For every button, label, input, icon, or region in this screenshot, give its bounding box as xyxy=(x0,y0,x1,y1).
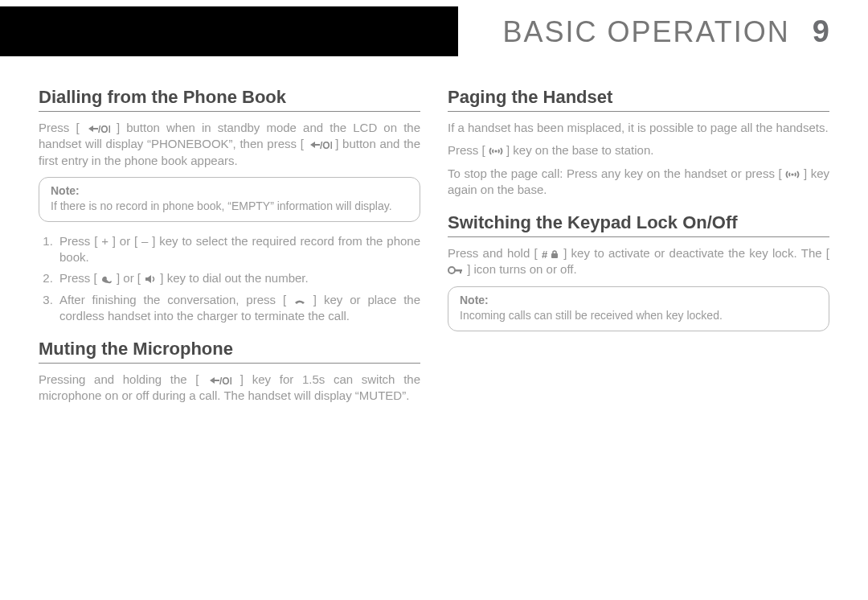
svg-marker-0 xyxy=(88,125,98,132)
phonebook-ok-icon: /OK xyxy=(207,375,231,386)
text: ] or [ xyxy=(113,271,144,285)
note-box-phonebook: Note: If there is no record in phone boo… xyxy=(39,177,420,222)
heading-dialling-phonebook: Dialling from the Phone Book xyxy=(39,87,420,112)
page-number: 9 xyxy=(813,14,829,49)
svg-text:/OK: /OK xyxy=(98,124,110,134)
list-item: Press [ ] or [ ] key to dial out the num… xyxy=(56,270,420,286)
page: BASIC OPERATION 9 Dialling from the Phon… xyxy=(0,6,868,600)
svg-text:/OK: /OK xyxy=(320,140,332,150)
left-column: Dialling from the Phone Book Press [ /OK… xyxy=(39,87,420,411)
phonebook-ok-icon: /OK xyxy=(86,123,110,134)
text: To stop the page call: Press any key on … xyxy=(448,166,785,180)
note-label: Note: xyxy=(51,184,408,197)
note-label: Note: xyxy=(460,294,817,306)
page-signal-icon xyxy=(785,169,800,180)
svg-rect-10 xyxy=(551,253,558,258)
text: ] key to activate or deactivate the key … xyxy=(559,246,829,260)
svg-marker-5 xyxy=(210,377,219,384)
heading-keypad-lock: Switching the Keypad Lock On/Off xyxy=(448,212,829,237)
svg-marker-2 xyxy=(310,142,320,148)
text: ] icon turns on or off. xyxy=(464,262,577,276)
text: Press [ xyxy=(59,271,100,285)
svg-point-7 xyxy=(494,150,497,153)
muting-text: Pressing and holding the [ /OK ] key for… xyxy=(39,372,420,405)
svg-point-8 xyxy=(792,173,794,175)
hangup-icon xyxy=(293,295,306,306)
text: Press [ xyxy=(448,143,489,157)
text: Press [ xyxy=(39,121,86,134)
svg-text:#: # xyxy=(542,249,548,260)
page-signal-icon xyxy=(489,146,503,157)
text: After finishing the conversation, press … xyxy=(59,293,293,306)
text: ] key to dial out the number. xyxy=(157,271,308,285)
phonebook-intro: Press [ /OK ] button when in standby mod… xyxy=(39,120,420,169)
svg-marker-4 xyxy=(145,275,151,283)
content-columns: Dialling from the Phone Book Press [ /OK… xyxy=(0,63,868,411)
svg-rect-13 xyxy=(460,269,461,273)
phonebook-steps: Press [ + ] or [ – ] key to select the r… xyxy=(39,233,420,324)
list-item: After finishing the conversation, press … xyxy=(56,292,420,325)
note-text: Incoming calls can still be received whe… xyxy=(460,308,817,323)
chapter-title: BASIC OPERATION xyxy=(502,15,789,49)
svg-point-11 xyxy=(448,267,455,273)
phonebook-ok-icon: /OK xyxy=(308,139,332,150)
note-box-keylock: Note: Incoming calls can still be receiv… xyxy=(448,286,829,331)
paging-stop: To stop the page call: Press any key on … xyxy=(448,166,829,199)
speaker-icon xyxy=(144,273,157,285)
text: Press and hold [ xyxy=(448,246,542,260)
call-icon xyxy=(100,273,113,285)
list-item: Press [ + ] or [ – ] key to select the r… xyxy=(56,233,420,266)
header-title-group: BASIC OPERATION 9 xyxy=(502,14,829,49)
paging-intro: If a handset has been misplaced, it is p… xyxy=(448,120,829,136)
key-lock-icon xyxy=(448,265,464,276)
header-black-box xyxy=(0,6,458,56)
text: Pressing and holding the [ xyxy=(39,372,207,386)
right-column: Paging the Handset If a handset has been… xyxy=(448,87,829,411)
heading-muting: Muting the Microphone xyxy=(39,339,420,364)
heading-paging: Paging the Handset xyxy=(448,87,829,112)
hash-lock-icon: # xyxy=(542,249,559,260)
svg-text:/OK: /OK xyxy=(219,376,231,386)
text: ] key on the base to station. xyxy=(503,143,654,157)
keypad-lock-text: Press and hold [ # ] key to activate or … xyxy=(448,245,829,278)
note-text: If there is no record in phone book, “EM… xyxy=(51,199,408,213)
header-bar: BASIC OPERATION 9 xyxy=(0,6,868,63)
paging-press: Press [ ] key on the base to station. xyxy=(448,142,829,158)
